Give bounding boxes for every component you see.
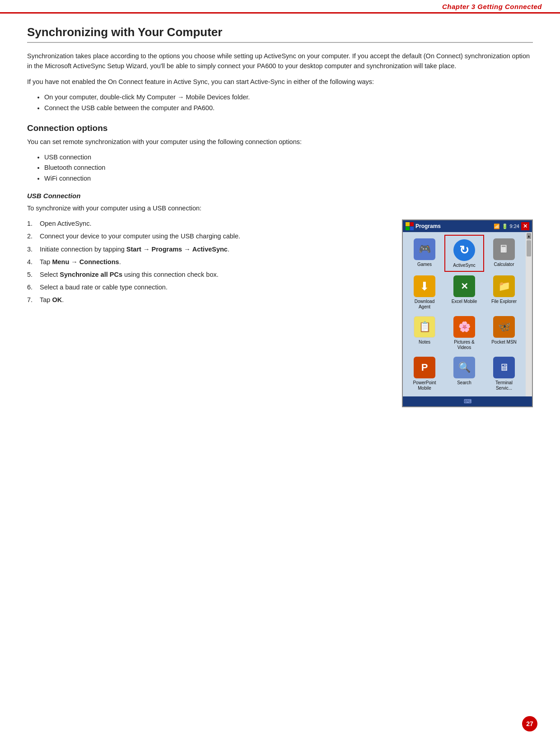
- terminal-services-label: TerminalServic...: [495, 380, 513, 391]
- icon-notes[interactable]: 📋 Notes: [405, 312, 444, 353]
- connection-options-bullets: USB connection Bluetooth connection WiFi…: [44, 152, 533, 184]
- icon-pocket-msn[interactable]: 🦋 Pocket MSN: [484, 312, 524, 353]
- chapter-label: Chapter 3 Getting Connected: [442, 3, 542, 10]
- screenshot-icon-grid: 🎮 Games ↻ ActiveSync 🖩 Calculator: [403, 232, 526, 396]
- icon-activesync[interactable]: ↻ ActiveSync: [444, 235, 484, 272]
- intro-para2: If you have not enabled the On Connect f…: [27, 77, 533, 87]
- intro-para1: Synchronization takes place according to…: [27, 51, 533, 71]
- screenshot-title: Programs: [415, 223, 441, 229]
- powerpoint-mobile-icon-img: P: [414, 357, 435, 378]
- file-explorer-icon-img: 📁: [493, 275, 515, 297]
- terminal-services-icon-img: 🖥: [493, 357, 515, 378]
- step-3: 3. Initiate connection by tapping Start …: [27, 244, 393, 255]
- close-button[interactable]: ✕: [521, 222, 529, 230]
- windows-flag-icon: [406, 222, 414, 230]
- icon-file-explorer[interactable]: 📁 File Explorer: [484, 272, 524, 312]
- intro-bullets: On your computer, double-click My Comput…: [44, 92, 533, 113]
- screenshot-body: 🎮 Games ↻ ActiveSync 🖩 Calculator: [403, 232, 532, 396]
- notes-label: Notes: [419, 340, 430, 345]
- icon-terminal-services[interactable]: 🖥 TerminalServic...: [484, 353, 524, 394]
- step-4: 4. Tap Menu → Connections.: [27, 257, 393, 267]
- steps-list: 1. Open ActiveSync. 2. Connect your devi…: [27, 219, 393, 305]
- activesync-label: ActiveSync: [453, 263, 475, 268]
- steps-column: 1. Open ActiveSync. 2. Connect your devi…: [27, 219, 393, 307]
- icon-download-agent[interactable]: ⬇ DownloadAgent: [405, 272, 444, 312]
- titlebar-left: Programs: [406, 222, 441, 230]
- search-icon-img: 🔍: [453, 357, 475, 378]
- conn-bullet-2: Bluetooth connection: [44, 163, 533, 173]
- conn-bullet-1: USB connection: [44, 152, 533, 163]
- steps-area: 1. Open ActiveSync. 2. Connect your devi…: [27, 219, 533, 407]
- pictures-videos-icon-img: 🌸: [453, 316, 475, 338]
- step-5: 5. Select Synchronize all PCs using this…: [27, 270, 393, 280]
- calculator-label: Calculator: [494, 262, 514, 267]
- pocket-msn-label: Pocket MSN: [491, 340, 517, 345]
- excel-mobile-icon-img: ✕: [453, 275, 475, 297]
- titlebar-right: 📶 🔋 9:24 ✕: [494, 222, 529, 230]
- page-title: Synchronizing with Your Computer: [27, 25, 533, 43]
- games-icon-img: 🎮: [414, 238, 435, 260]
- step-2: 2. Connect your device to your computer …: [27, 231, 393, 242]
- icon-calculator[interactable]: 🖩 Calculator: [484, 235, 524, 272]
- calculator-icon-img: 🖩: [493, 238, 515, 260]
- screenshot-titlebar: Programs 📶 🔋 9:24 ✕: [403, 220, 532, 232]
- intro-bullet-2: Connect the USB cable between the comput…: [44, 103, 533, 113]
- screenshot-frame: Programs 📶 🔋 9:24 ✕ 🎮 G: [402, 219, 533, 407]
- intro-bullet-1: On your computer, double-click My Comput…: [44, 92, 533, 102]
- search-label: Search: [457, 380, 471, 386]
- signal-icon: 📶: [494, 224, 500, 229]
- scroll-up-arrow[interactable]: ▲: [527, 233, 531, 239]
- usb-intro: To synchronize with your computer using …: [27, 203, 533, 213]
- file-explorer-label: File Explorer: [491, 299, 517, 304]
- excel-mobile-label: Excel Mobile: [452, 299, 477, 304]
- time-display: 9:24: [510, 224, 519, 229]
- screenshot-bottombar: ⌨: [403, 396, 532, 406]
- usb-connection-heading: USB Connection: [27, 192, 533, 200]
- icon-search[interactable]: 🔍 Search: [444, 353, 484, 394]
- notes-icon-img: 📋: [414, 316, 435, 338]
- connection-options-intro: You can set remote synchronization with …: [27, 137, 533, 147]
- chapter-header: Chapter 3 Getting Connected: [0, 0, 560, 14]
- icon-excel-mobile[interactable]: ✕ Excel Mobile: [444, 272, 484, 312]
- screenshot-mockup: Programs 📶 🔋 9:24 ✕ 🎮 G: [402, 219, 533, 407]
- page-number: 27: [522, 716, 537, 731]
- step-1: 1. Open ActiveSync.: [27, 219, 393, 229]
- keyboard-icon: ⌨: [464, 398, 471, 405]
- scrollbar[interactable]: ▲: [526, 232, 532, 396]
- download-agent-label: DownloadAgent: [415, 299, 434, 310]
- scroll-thumb[interactable]: [527, 240, 531, 256]
- download-agent-icon-img: ⬇: [414, 275, 435, 297]
- connection-options-heading: Connection options: [27, 123, 533, 133]
- icon-pictures-videos[interactable]: 🌸 Pictures &Videos: [444, 312, 484, 353]
- battery-icon: 🔋: [502, 224, 508, 229]
- icon-games[interactable]: 🎮 Games: [405, 235, 444, 272]
- activesync-icon-img: ↻: [453, 239, 475, 261]
- pocket-msn-icon-img: 🦋: [493, 316, 515, 338]
- powerpoint-mobile-label: PowerPointMobile: [413, 380, 436, 391]
- icon-powerpoint-mobile[interactable]: P PowerPointMobile: [405, 353, 444, 394]
- conn-bullet-3: WiFi connection: [44, 173, 533, 184]
- games-label: Games: [417, 262, 432, 267]
- step-6: 6. Select a baud rate or cable type conn…: [27, 282, 393, 293]
- step-7: 7. Tap OK.: [27, 295, 393, 305]
- page-number-wrap: 27: [522, 716, 537, 731]
- pictures-videos-label: Pictures &Videos: [454, 340, 475, 350]
